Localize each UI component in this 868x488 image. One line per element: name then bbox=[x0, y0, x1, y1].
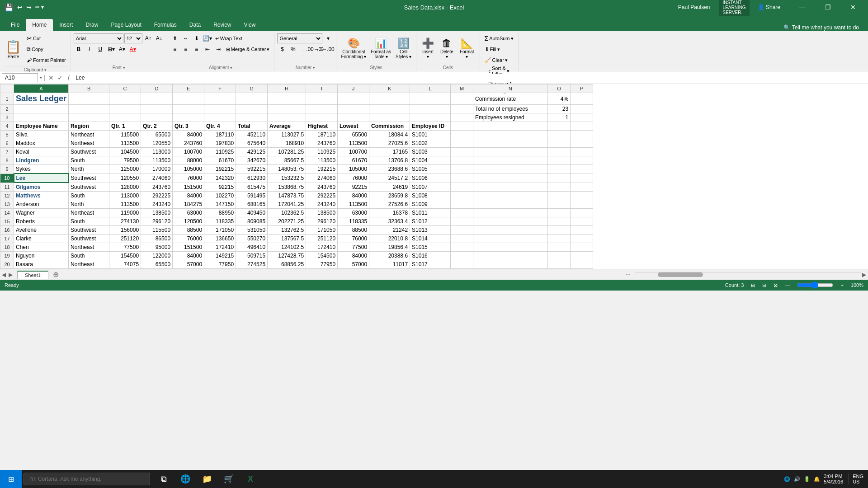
tab-view[interactable]: View bbox=[238, 19, 262, 31]
cell-C2[interactable] bbox=[109, 105, 141, 113]
cell-B9[interactable]: North bbox=[69, 165, 109, 174]
cell-M13[interactable] bbox=[451, 200, 473, 209]
cell-O3[interactable]: 1 bbox=[548, 113, 571, 122]
row-header-4[interactable]: 4 bbox=[0, 122, 14, 131]
zoom-in-icon[interactable]: + bbox=[840, 282, 843, 288]
cell-L19[interactable]: S1016 bbox=[410, 252, 451, 260]
cell-F4[interactable]: Qtr. 4 bbox=[204, 122, 236, 131]
cell-B14[interactable]: Northeast bbox=[69, 209, 109, 217]
cell-M6[interactable] bbox=[451, 139, 473, 148]
underline-button[interactable]: U bbox=[95, 44, 105, 54]
cell-O20[interactable] bbox=[548, 260, 571, 269]
cell-M16[interactable] bbox=[451, 226, 473, 235]
bold-button[interactable]: B bbox=[74, 44, 84, 54]
row-header-16[interactable]: 16 bbox=[0, 226, 14, 235]
cell-P12[interactable] bbox=[571, 192, 593, 200]
cell-J9[interactable]: 105000 bbox=[338, 165, 369, 174]
cell-P7[interactable] bbox=[571, 148, 593, 156]
cell-H4[interactable]: Average bbox=[268, 122, 306, 131]
page-layout-icon[interactable]: ⊟ bbox=[762, 282, 766, 288]
paste-button[interactable]: 📋 Paste bbox=[3, 37, 24, 62]
cell-L5[interactable]: S1001 bbox=[410, 131, 451, 139]
scroll-right-icon[interactable]: ▶ bbox=[9, 272, 13, 278]
cell-H3[interactable] bbox=[268, 113, 306, 122]
cell-M11[interactable] bbox=[451, 183, 473, 192]
cell-C15[interactable]: 274130 bbox=[109, 217, 141, 226]
cell-O8[interactable] bbox=[548, 156, 571, 165]
cell-C19[interactable]: 154500 bbox=[109, 252, 141, 260]
col-header-E[interactable]: E bbox=[173, 84, 204, 93]
add-sheet-button[interactable]: ⊕ bbox=[49, 269, 62, 280]
cell-O17[interactable] bbox=[548, 235, 571, 243]
cell-N12[interactable] bbox=[473, 192, 548, 200]
cell-G5[interactable]: 452110 bbox=[236, 131, 268, 139]
autosum-button[interactable]: Σ AutoSum ▾ bbox=[483, 33, 515, 43]
cell-H7[interactable]: 107281.25 bbox=[268, 148, 306, 156]
number-format-expand[interactable]: ▾ bbox=[323, 33, 333, 43]
cell-P4[interactable] bbox=[571, 122, 593, 131]
cell-M7[interactable] bbox=[451, 148, 473, 156]
cell-B13[interactable]: North bbox=[69, 200, 109, 209]
format-button[interactable]: 📐 Format ▾ bbox=[457, 36, 477, 61]
cell-K14[interactable]: 16378 bbox=[369, 209, 410, 217]
store-icon[interactable]: 🛒 bbox=[219, 470, 239, 488]
cell-E3[interactable] bbox=[173, 113, 204, 122]
cell-styles-button[interactable]: 🔢 Cell Styles ▾ bbox=[394, 36, 413, 61]
row-header-1[interactable]: 1 bbox=[0, 93, 14, 105]
cell-A4[interactable]: Employee Name bbox=[14, 122, 69, 131]
cell-K4[interactable]: Commission bbox=[369, 122, 410, 131]
cell-A5[interactable]: Silva bbox=[14, 131, 69, 139]
copy-button[interactable]: ⧉ Copy bbox=[25, 44, 68, 54]
cell-D4[interactable]: Qtr. 2 bbox=[141, 122, 173, 131]
cell-F19[interactable]: 149215 bbox=[204, 252, 236, 260]
save-icon[interactable]: 💾 bbox=[5, 3, 14, 12]
col-header-C[interactable]: C bbox=[109, 84, 141, 93]
row-header-19[interactable]: 19 bbox=[0, 252, 14, 260]
cell-N14[interactable] bbox=[473, 209, 548, 217]
cell-G12[interactable]: 591495 bbox=[236, 192, 268, 200]
cell-C4[interactable]: Qtr. 1 bbox=[109, 122, 141, 131]
cell-L18[interactable]: S1015 bbox=[410, 243, 451, 252]
cell-J4[interactable]: Lowest bbox=[338, 122, 369, 131]
cell-C9[interactable]: 125000 bbox=[109, 165, 141, 174]
cell-K1[interactable] bbox=[369, 93, 410, 105]
cell-K2[interactable] bbox=[369, 105, 410, 113]
cell-A14[interactable]: Wagner bbox=[14, 209, 69, 217]
cell-O5[interactable] bbox=[548, 131, 571, 139]
cell-P1[interactable] bbox=[571, 93, 593, 105]
cell-F7[interactable]: 110925 bbox=[204, 148, 236, 156]
network-icon[interactable]: 🌐 bbox=[784, 476, 790, 482]
cell-J3[interactable] bbox=[338, 113, 369, 122]
cell-E19[interactable]: 84000 bbox=[173, 252, 204, 260]
cell-G18[interactable]: 496410 bbox=[236, 243, 268, 252]
cell-F16[interactable]: 171050 bbox=[204, 226, 236, 235]
cell-L12[interactable]: S1008 bbox=[410, 192, 451, 200]
cell-I11[interactable]: 243760 bbox=[306, 183, 338, 192]
cell-E18[interactable]: 151500 bbox=[173, 243, 204, 252]
cell-E11[interactable]: 151500 bbox=[173, 183, 204, 192]
cell-J10[interactable]: 76000 bbox=[338, 174, 369, 183]
show-desktop-button[interactable]: ENGUS bbox=[849, 474, 863, 484]
cell-M10[interactable] bbox=[451, 174, 473, 183]
cut-button[interactable]: ✂ Cut bbox=[25, 33, 68, 43]
cell-P11[interactable] bbox=[571, 183, 593, 192]
cell-B16[interactable]: Southwest bbox=[69, 226, 109, 235]
cell-A13[interactable]: Anderson bbox=[14, 200, 69, 209]
cell-E10[interactable]: 76000 bbox=[173, 174, 204, 183]
row-header-2[interactable]: 2 bbox=[0, 105, 14, 113]
cell-I12[interactable]: 292225 bbox=[306, 192, 338, 200]
cortana-search[interactable] bbox=[24, 473, 150, 485]
task-view-button[interactable]: ⧉ bbox=[154, 470, 174, 488]
cell-E2[interactable] bbox=[173, 105, 204, 113]
cell-K8[interactable]: 13706.8 bbox=[369, 156, 410, 165]
cell-D13[interactable]: 243240 bbox=[141, 200, 173, 209]
cell-O1[interactable]: 4% bbox=[548, 93, 571, 105]
cell-L14[interactable]: S1011 bbox=[410, 209, 451, 217]
cell-L16[interactable]: S1013 bbox=[410, 226, 451, 235]
align-top-button[interactable]: ⬆ bbox=[170, 33, 180, 43]
cell-A20[interactable]: Basara bbox=[14, 260, 69, 269]
formula-input[interactable] bbox=[74, 74, 866, 82]
cell-F18[interactable]: 172410 bbox=[204, 243, 236, 252]
tab-home[interactable]: Home bbox=[26, 19, 53, 31]
cell-F14[interactable]: 88950 bbox=[204, 209, 236, 217]
